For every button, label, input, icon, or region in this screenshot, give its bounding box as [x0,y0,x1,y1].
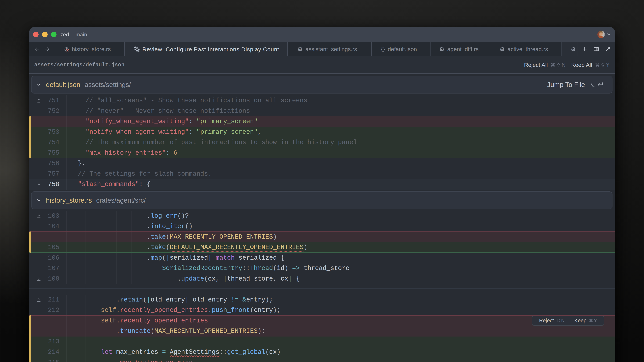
svg-text:R: R [501,48,503,51]
svg-text:R: R [299,48,301,51]
svg-text:R: R [441,48,443,51]
svg-text:R: R [572,48,574,51]
